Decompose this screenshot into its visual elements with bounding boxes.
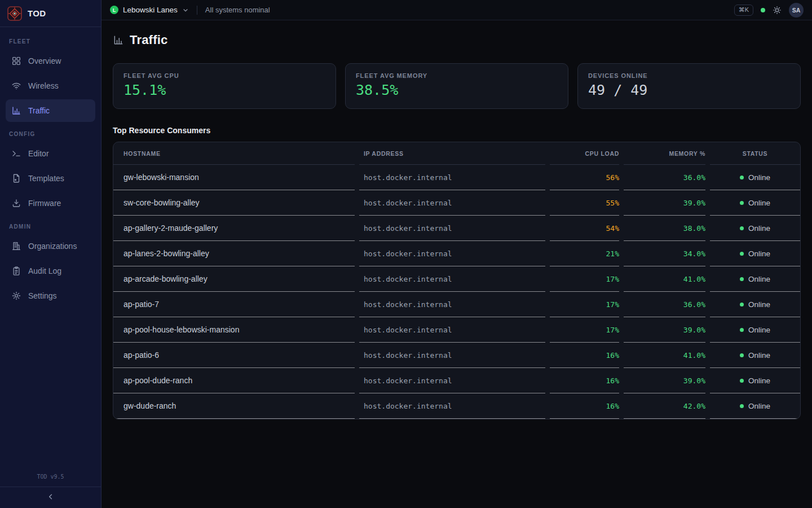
table-row[interactable]: ap-pool-dude-ranchhost.docker.internal16… bbox=[113, 368, 800, 393]
table-row[interactable]: ap-pool-house-lebowski-mansionhost.docke… bbox=[113, 317, 800, 343]
online-status-dot bbox=[740, 353, 744, 357]
online-status-dot bbox=[740, 252, 744, 256]
cell-memory-percent: 41.0% bbox=[624, 343, 705, 368]
sidebar-nav: FLEETOverviewWirelessTrafficCONFIGEditor… bbox=[0, 27, 101, 469]
gear-icon bbox=[11, 291, 21, 301]
cell-hostname: sw-core-bowling-alley bbox=[113, 190, 355, 216]
topbar-right: ⌘K SA bbox=[734, 3, 804, 17]
cell-ip-address: host.docker.internal bbox=[359, 190, 545, 216]
sidebar-item-label: Firmware bbox=[28, 199, 61, 208]
table-row[interactable]: sw-core-bowling-alleyhost.docker.interna… bbox=[113, 190, 800, 216]
sidebar: TOD FLEETOverviewWirelessTrafficCONFIGEd… bbox=[0, 0, 102, 508]
column-header: STATUS bbox=[710, 142, 800, 165]
cell-cpu-load: 21% bbox=[550, 241, 619, 266]
cell-ip-address: host.docker.internal bbox=[359, 292, 545, 317]
sidebar-item-label: Audit Log bbox=[28, 266, 61, 275]
sidebar-item-firmware[interactable]: Firmware bbox=[6, 192, 95, 214]
sidebar-item-audit-log[interactable]: Audit Log bbox=[6, 260, 95, 282]
cell-cpu-load: 56% bbox=[550, 165, 619, 190]
org-name: Lebowski Lanes bbox=[123, 6, 178, 14]
live-status-dot bbox=[761, 8, 765, 12]
command-palette-shortcut[interactable]: ⌘K bbox=[734, 5, 753, 16]
cell-ip-address: host.docker.internal bbox=[359, 241, 545, 266]
cell-hostname: ap-pool-dude-ranch bbox=[113, 368, 355, 393]
cell-memory-percent: 39.0% bbox=[624, 190, 705, 216]
cell-ip-address: host.docker.internal bbox=[359, 368, 545, 393]
online-status-dot bbox=[740, 226, 744, 230]
online-status-dot bbox=[740, 176, 744, 179]
download-icon bbox=[11, 198, 21, 208]
cell-memory-percent: 36.0% bbox=[624, 165, 705, 190]
table-row[interactable]: ap-gallery-2-maude-galleryhost.docker.in… bbox=[113, 216, 800, 241]
table-row[interactable]: gw-dude-ranchhost.docker.internal16%42.0… bbox=[113, 393, 800, 419]
sidebar-collapse-button[interactable] bbox=[0, 487, 101, 508]
cell-memory-percent: 39.0% bbox=[624, 368, 705, 393]
wifi-icon bbox=[11, 81, 21, 91]
sidebar-item-settings[interactable]: Settings bbox=[6, 284, 95, 307]
top-resource-consumers-table: HOSTNAMEIP ADDRESSCPU LOADMEMORY %STATUS… bbox=[113, 142, 801, 419]
status-text: Online bbox=[748, 275, 770, 283]
org-switcher[interactable]: L Lebowski Lanes bbox=[110, 6, 189, 14]
stat-card-label: FLEET AVG MEMORY bbox=[356, 72, 558, 79]
stat-card-fleet-avg-cpu: FLEET AVG CPU15.1% bbox=[113, 63, 336, 109]
sidebar-item-templates[interactable]: Templates bbox=[6, 167, 95, 190]
cell-status: Online bbox=[710, 190, 800, 216]
cell-status: Online bbox=[710, 343, 800, 368]
cell-status: Online bbox=[710, 292, 800, 317]
cell-cpu-load: 55% bbox=[550, 190, 619, 216]
table-row[interactable]: ap-arcade-bowling-alleyhost.docker.inter… bbox=[113, 266, 800, 292]
app-logo-icon bbox=[7, 6, 22, 21]
stat-card-value: 38.5% bbox=[356, 82, 558, 98]
online-status-dot bbox=[740, 328, 744, 332]
grid-icon bbox=[11, 56, 21, 66]
status-text: Online bbox=[748, 300, 770, 309]
sidebar-item-label: Overview bbox=[28, 56, 61, 65]
cell-memory-percent: 34.0% bbox=[624, 241, 705, 266]
table-row[interactable]: gw-lebowski-mansionhost.docker.internal5… bbox=[113, 165, 800, 190]
sidebar-item-label: Editor bbox=[28, 149, 49, 158]
cell-ip-address: host.docker.internal bbox=[359, 266, 545, 292]
user-avatar[interactable]: SA bbox=[789, 3, 804, 17]
cell-ip-address: host.docker.internal bbox=[359, 343, 545, 368]
chevron-left-icon bbox=[47, 493, 55, 503]
cell-memory-percent: 42.0% bbox=[624, 393, 705, 419]
theme-toggle-button[interactable] bbox=[773, 6, 782, 15]
cell-hostname: gw-dude-ranch bbox=[113, 393, 355, 419]
table-row[interactable]: ap-lanes-2-bowling-alleyhost.docker.inte… bbox=[113, 241, 800, 266]
sidebar-section-label: CONFIG bbox=[9, 131, 92, 137]
sidebar-item-overview[interactable]: Overview bbox=[6, 50, 95, 72]
sidebar-section-label: FLEET bbox=[9, 38, 92, 45]
status-text: Online bbox=[748, 173, 770, 182]
page-content: Traffic FLEET AVG CPU15.1%FLEET AVG MEMO… bbox=[102, 20, 812, 419]
app-root: TOD FLEETOverviewWirelessTrafficCONFIGEd… bbox=[0, 0, 812, 508]
sidebar-item-label: Organizations bbox=[28, 242, 77, 251]
status-text: Online bbox=[748, 376, 770, 385]
online-status-dot bbox=[740, 201, 744, 205]
sidebar-item-traffic[interactable]: Traffic bbox=[6, 99, 95, 122]
cell-memory-percent: 36.0% bbox=[624, 292, 705, 317]
online-status-dot bbox=[740, 379, 744, 383]
table-row[interactable]: ap-patio-6host.docker.internal16%41.0%On… bbox=[113, 343, 800, 368]
stat-card-label: FLEET AVG CPU bbox=[123, 72, 325, 79]
sidebar-item-organizations[interactable]: Organizations bbox=[6, 235, 95, 257]
column-header: CPU LOAD bbox=[550, 142, 619, 165]
stat-card-devices-online: DEVICES ONLINE49 / 49 bbox=[577, 63, 801, 109]
cell-ip-address: host.docker.internal bbox=[359, 393, 545, 419]
cell-hostname: ap-patio-6 bbox=[113, 343, 355, 368]
table-row[interactable]: ap-patio-7host.docker.internal17%36.0%On… bbox=[113, 292, 800, 317]
sun-icon bbox=[773, 6, 782, 15]
status-text: Online bbox=[748, 199, 770, 207]
online-status-dot bbox=[740, 303, 744, 306]
cell-status: Online bbox=[710, 266, 800, 292]
cell-hostname: ap-lanes-2-bowling-alley bbox=[113, 241, 355, 266]
stat-card-value: 49 / 49 bbox=[588, 82, 790, 98]
column-header: MEMORY % bbox=[624, 142, 705, 165]
topbar-divider bbox=[197, 6, 197, 15]
online-status-dot bbox=[740, 277, 744, 281]
cell-cpu-load: 17% bbox=[550, 292, 619, 317]
sidebar-item-label: Traffic bbox=[28, 106, 50, 115]
file-icon bbox=[11, 173, 21, 183]
sidebar-item-wireless[interactable]: Wireless bbox=[6, 75, 95, 97]
sidebar-item-editor[interactable]: Editor bbox=[6, 142, 95, 165]
cell-ip-address: host.docker.internal bbox=[359, 216, 545, 241]
